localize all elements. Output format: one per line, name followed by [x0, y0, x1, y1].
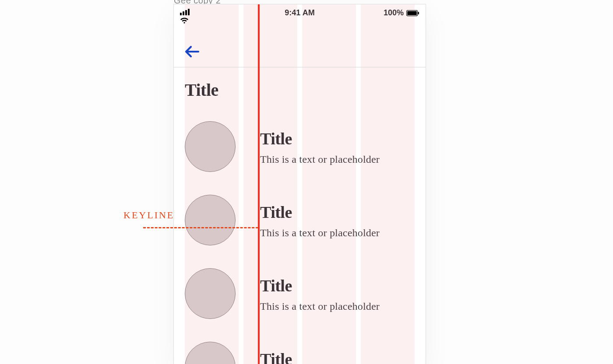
list-item-text: Title This is a text or placeholder — [260, 275, 415, 312]
list-item[interactable]: Title This is a text or placeholder — [185, 121, 415, 172]
svg-rect-2 — [418, 12, 419, 14]
list-item-subtitle: This is a text or placeholder — [260, 227, 415, 239]
status-bar-right: 100% — [384, 8, 419, 18]
phone-frame: 9:41 AM 100% Title Titl — [174, 4, 426, 364]
avatar — [185, 121, 236, 172]
list-item-subtitle: This is a text or placeholder — [260, 154, 415, 165]
page-title: Title — [185, 67, 415, 121]
list: Title This is a text or placeholder Titl… — [185, 121, 415, 364]
status-bar: 9:41 AM 100% — [174, 4, 426, 21]
list-item[interactable]: Title This is a text or placeholder — [185, 342, 415, 364]
back-button[interactable] — [183, 43, 201, 60]
avatar — [185, 342, 236, 364]
list-item[interactable]: Title This is a text or placeholder — [185, 195, 415, 245]
avatar — [185, 268, 236, 319]
list-item-subtitle: This is a text or placeholder — [260, 301, 415, 312]
list-item-text: Title This is a text or placeholder — [260, 349, 415, 364]
list-item-text: Title This is a text or placeholder — [260, 202, 415, 239]
battery-icon — [406, 10, 419, 16]
keyline-label: KEYLINE — [123, 210, 174, 221]
battery-percent: 100% — [384, 8, 404, 18]
status-bar-time: 9:41 AM — [285, 8, 314, 18]
list-item-title: Title — [260, 276, 415, 295]
cellular-signal-icon — [180, 9, 190, 15]
list-item-title: Title — [260, 129, 415, 148]
svg-rect-1 — [407, 11, 417, 15]
list-item-title: Title — [260, 203, 415, 222]
content-area: Title Title This is a text or placeholde… — [174, 67, 426, 364]
list-item-text: Title This is a text or placeholder — [260, 128, 415, 165]
avatar — [185, 195, 236, 245]
arrow-left-icon — [185, 46, 200, 58]
list-item[interactable]: Title This is a text or placeholder — [185, 268, 415, 319]
nav-bar — [174, 21, 426, 67]
list-item-title: Title — [260, 350, 415, 364]
